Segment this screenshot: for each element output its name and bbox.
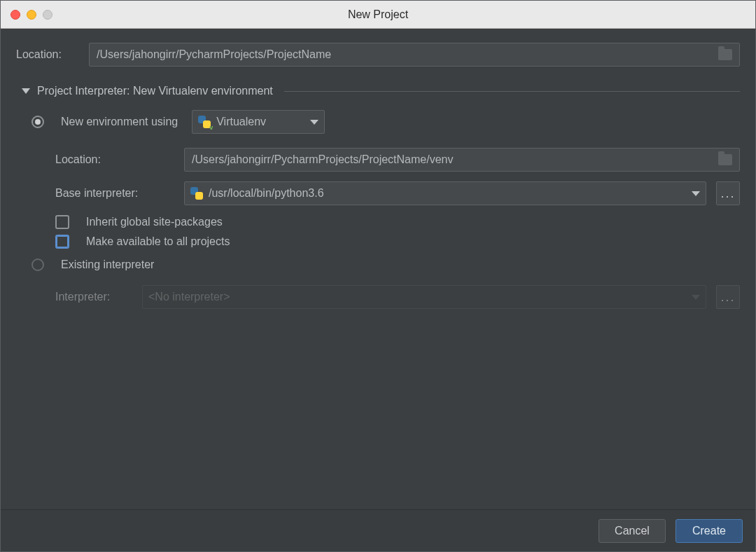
chevron-down-icon [692, 295, 700, 300]
all-projects-label: Make available to all projects [86, 235, 230, 248]
base-interpreter-label: Base interpreter: [55, 187, 174, 200]
existing-interpreter-detail-row: Interpreter: <No interpreter> ... [16, 285, 740, 309]
close-window-button[interactable] [10, 10, 20, 20]
new-env-details: Location: Base interpreter: /usr/local/b… [16, 148, 740, 249]
venv-location-label: Location: [55, 153, 174, 166]
new-environment-label: New environment using [61, 116, 178, 128]
env-tool-value: Virtualenv [216, 116, 266, 128]
chevron-down-icon [22, 88, 30, 94]
existing-interpreter-value: <No interpreter> [148, 291, 230, 303]
section-divider [284, 91, 740, 92]
traffic-lights [10, 10, 52, 20]
folder-icon[interactable] [718, 154, 732, 165]
titlebar: New Project [1, 1, 755, 29]
dialog-body: Location: Project Interpreter: New Virtu… [1, 29, 755, 509]
inherit-packages-label: Inherit global site-packages [86, 216, 223, 228]
project-interpreter-section-title: Project Interpreter: New Virtualenv envi… [37, 85, 273, 97]
env-tool-select[interactable]: v Virtualenv [192, 110, 325, 134]
project-location-input[interactable] [97, 48, 718, 61]
zoom-window-button[interactable] [43, 10, 52, 20]
inherit-packages-row[interactable]: Inherit global site-packages [16, 215, 740, 229]
all-projects-checkbox[interactable] [55, 235, 69, 249]
project-location-field[interactable] [89, 43, 740, 67]
chevron-down-icon [692, 191, 700, 196]
base-interpreter-row: Base interpreter: /usr/local/bin/python3… [16, 181, 740, 205]
base-interpreter-value: /usr/local/bin/python3.6 [209, 187, 324, 200]
new-environment-radio[interactable] [31, 116, 44, 128]
base-interpreter-select[interactable]: /usr/local/bin/python3.6 [184, 181, 706, 205]
window-title: New Project [1, 8, 755, 21]
existing-interpreter-select: <No interpreter> [142, 285, 706, 309]
project-interpreter-section[interactable]: Project Interpreter: New Virtualenv envi… [22, 85, 740, 97]
existing-interpreter-row[interactable]: Existing interpreter [16, 258, 740, 271]
cancel-button[interactable]: Cancel [598, 519, 666, 543]
project-location-row: Location: [16, 43, 740, 67]
venv-location-row: Location: [16, 148, 740, 172]
python-icon [190, 187, 203, 200]
button-bar: Cancel Create [1, 509, 755, 551]
new-project-window: New Project Location: Project Interprete… [0, 0, 756, 552]
folder-icon[interactable] [718, 49, 732, 60]
new-environment-row[interactable]: New environment using v Virtualenv [16, 110, 740, 134]
venv-location-field[interactable] [184, 148, 740, 172]
create-button[interactable]: Create [676, 519, 743, 543]
existing-interpreter-label: Existing interpreter [61, 258, 154, 271]
all-projects-row[interactable]: Make available to all projects [16, 235, 740, 249]
inherit-packages-checkbox[interactable] [55, 215, 69, 229]
project-location-label: Location: [16, 48, 79, 61]
venv-location-input[interactable] [192, 153, 718, 166]
base-interpreter-browse-button[interactable]: ... [716, 181, 740, 205]
interpreter-label: Interpreter: [55, 291, 132, 303]
chevron-down-icon [310, 120, 318, 125]
python-icon: v [198, 116, 211, 128]
existing-interpreter-browse-button[interactable]: ... [716, 285, 740, 309]
existing-interpreter-radio[interactable] [31, 258, 44, 271]
minimize-window-button[interactable] [27, 10, 36, 20]
